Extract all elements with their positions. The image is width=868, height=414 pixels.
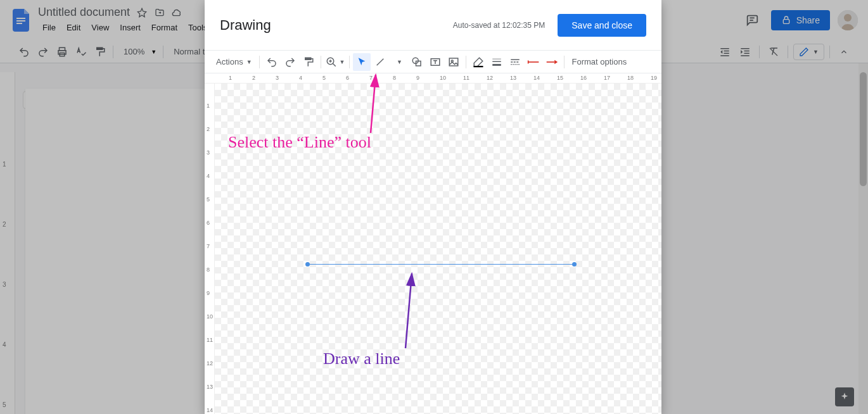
svg-rect-35	[450, 58, 459, 66]
line-end-handle[interactable]	[572, 262, 577, 267]
svg-rect-45	[511, 64, 513, 65]
svg-line-26	[333, 63, 336, 66]
line-end-icon[interactable]	[543, 53, 561, 71]
textbox-tool-icon[interactable]	[426, 53, 444, 71]
svg-rect-38	[493, 58, 502, 59]
dialog-title: Drawing	[220, 17, 271, 34]
save-and-close-button[interactable]: Save and close	[558, 14, 646, 37]
svg-rect-49	[519, 64, 520, 65]
svg-rect-41	[511, 59, 520, 60]
line-tool-icon[interactable]	[371, 53, 389, 71]
line-start-icon[interactable]	[525, 53, 542, 71]
svg-rect-48	[517, 64, 518, 65]
paint-format-icon[interactable]	[300, 53, 317, 71]
svg-rect-47	[515, 64, 516, 65]
actions-menu[interactable]: Actions▼	[212, 57, 256, 66]
drawing-undo-icon[interactable]	[263, 53, 281, 71]
line-weight-icon[interactable]	[488, 53, 506, 71]
drawn-line-shape[interactable]	[308, 264, 574, 265]
drawing-vertical-ruler: 1234567891011121314	[205, 84, 215, 414]
autosave-status: Auto-saved at 12:02:35 PM	[453, 21, 545, 30]
image-tool-icon[interactable]	[445, 53, 463, 71]
svg-rect-39	[493, 61, 502, 62]
drawing-toolbar: Actions▼ ▼ ▼ Format options	[205, 51, 661, 73]
select-tool-icon[interactable]	[353, 53, 371, 71]
svg-rect-37	[474, 66, 483, 67]
drawing-dialog: Drawing Auto-saved at 12:02:35 PM Save a…	[205, 0, 661, 414]
svg-rect-46	[513, 64, 514, 65]
svg-rect-42	[511, 61, 513, 63]
svg-rect-43	[514, 61, 516, 63]
annotation-line-tool: Select the “Line” tool	[228, 133, 371, 152]
line-dash-icon[interactable]	[506, 53, 524, 71]
line-tool-dropdown-icon[interactable]: ▼	[390, 53, 407, 71]
line-color-icon[interactable]	[469, 53, 487, 71]
zoom-icon[interactable]: ▼	[324, 53, 347, 71]
format-options-button[interactable]: Format options	[568, 57, 630, 66]
svg-line-29	[377, 58, 384, 65]
drawing-horizontal-ruler: 12345678910111213141516171819	[205, 73, 661, 84]
line-start-handle[interactable]	[305, 262, 310, 267]
svg-rect-44	[517, 61, 519, 63]
annotation-draw-line: Draw a line	[323, 349, 400, 368]
drawing-redo-icon[interactable]	[281, 53, 299, 71]
shape-tool-icon[interactable]	[408, 53, 426, 71]
svg-rect-40	[493, 64, 502, 66]
